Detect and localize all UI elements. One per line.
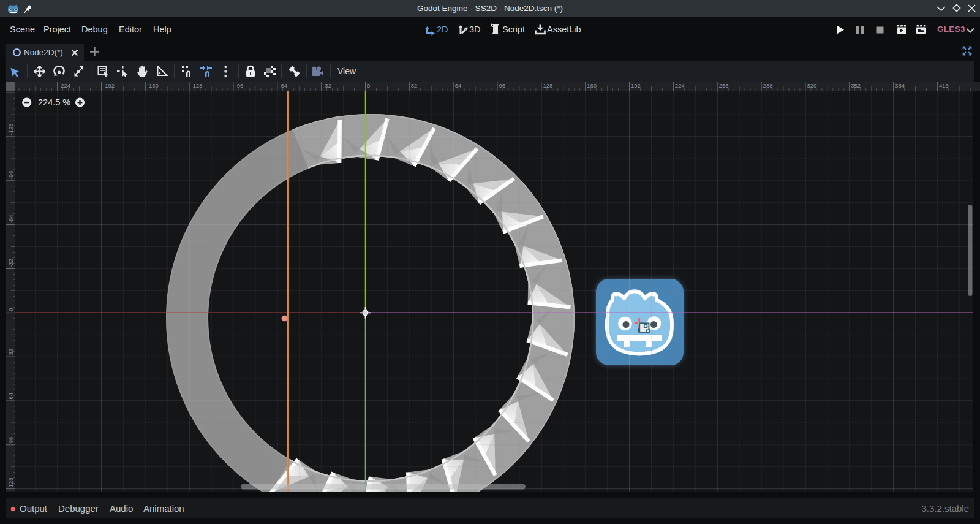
svg-text:32: 32 (411, 82, 418, 89)
svg-text:-64: -64 (7, 215, 14, 223)
svg-text:-64: -64 (279, 82, 287, 89)
svg-text:-32: -32 (323, 82, 331, 89)
svg-text:416: 416 (939, 82, 949, 89)
svg-text:288: 288 (763, 82, 773, 89)
svg-text:-192: -192 (103, 82, 115, 89)
svg-text:352: 352 (851, 82, 861, 89)
svg-text:224: 224 (675, 82, 685, 89)
svg-text:64: 64 (455, 82, 462, 89)
svg-text:-32: -32 (7, 259, 14, 267)
svg-text:-128: -128 (191, 82, 203, 89)
svg-text:0: 0 (367, 82, 370, 89)
svg-text:32: 32 (7, 349, 14, 355)
svg-text:-224: -224 (59, 82, 70, 89)
svg-text:320: 320 (807, 82, 816, 89)
svg-text:96: 96 (499, 82, 506, 89)
svg-text:0: 0 (7, 308, 14, 311)
svg-text:96: 96 (7, 437, 14, 444)
svg-text:-128: -128 (7, 123, 14, 135)
svg-text:-96: -96 (235, 82, 244, 89)
svg-text:160: 160 (587, 82, 597, 89)
svg-text:192: 192 (631, 82, 641, 89)
svg-text:256: 256 (719, 82, 729, 89)
svg-text:224.5 %: 224.5 % (38, 97, 70, 107)
svg-text:64: 64 (7, 393, 14, 400)
svg-text:-96: -96 (7, 171, 14, 180)
svg-text:128: 128 (7, 477, 14, 487)
svg-text:128: 128 (543, 82, 552, 89)
svg-text:384: 384 (895, 82, 905, 89)
svg-text:-160: -160 (147, 82, 159, 89)
